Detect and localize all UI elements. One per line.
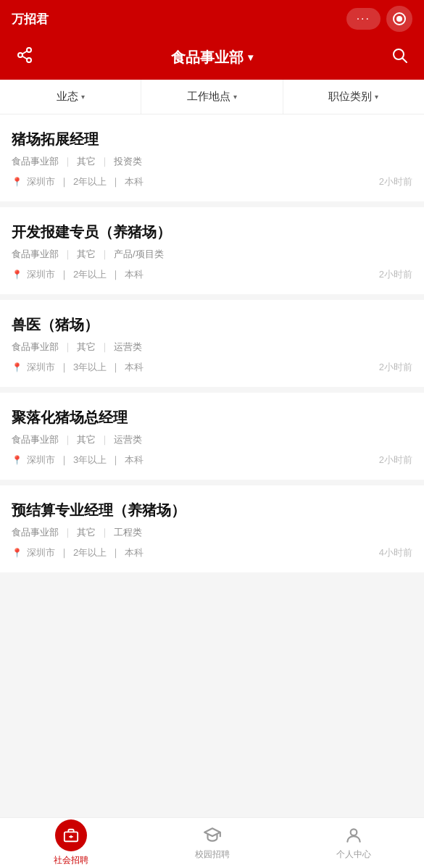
table-row[interactable]: 兽医（猪场） 食品事业部 ｜ 其它 ｜ 运营类 📍 深圳市 ｜ 3年以上 ｜ 本… xyxy=(0,300,424,387)
job-tags: 食品事业部 ｜ 其它 ｜ 运营类 xyxy=(12,433,412,446)
location-icon: 📍 xyxy=(12,548,22,558)
person-icon xyxy=(344,825,364,846)
filter-location-arrow-icon: ▾ xyxy=(233,93,237,101)
job-location: 深圳市 xyxy=(27,361,55,374)
svg-point-4 xyxy=(27,58,31,62)
job-edu: 本科 xyxy=(125,546,144,559)
nav-item-social[interactable]: 社会招聘 xyxy=(0,818,141,868)
nav-campus-label: 校园招聘 xyxy=(195,848,230,861)
job-time: 2小时前 xyxy=(379,361,412,374)
graduation-icon xyxy=(202,825,223,846)
nav-item-profile[interactable]: 个人中心 xyxy=(283,818,424,868)
location-icon: 📍 xyxy=(12,362,22,372)
job-exp: 2年以上 xyxy=(73,546,107,559)
briefcase-icon xyxy=(55,819,87,851)
job-location: 深圳市 xyxy=(27,175,55,188)
job-tag1: 其它 xyxy=(77,155,96,168)
job-edu: 本科 xyxy=(125,454,144,467)
job-tag1: 其它 xyxy=(77,248,96,261)
svg-point-3 xyxy=(18,53,22,57)
filter-jobtype-arrow-icon: ▾ xyxy=(375,93,378,101)
svg-line-5 xyxy=(22,57,28,59)
job-exp: 2年以上 xyxy=(73,268,107,281)
filter-job-type[interactable]: 职位类别 ▾ xyxy=(283,80,424,114)
job-exp: 3年以上 xyxy=(73,454,107,467)
job-location: 深圳市 xyxy=(27,454,55,467)
job-tag2: 运营类 xyxy=(114,341,142,354)
job-dept: 食品事业部 xyxy=(12,248,59,261)
job-tag1: 其它 xyxy=(77,433,96,446)
job-tags: 食品事业部 ｜ 其它 ｜ 产品/项目类 xyxy=(12,248,412,261)
job-exp: 2年以上 xyxy=(73,175,107,188)
job-tag2: 工程类 xyxy=(114,526,142,539)
job-meta: 📍 深圳市 ｜ 3年以上 ｜ 本科 2小时前 xyxy=(12,361,412,374)
job-tag2: 产品/项目类 xyxy=(114,248,164,261)
filter-business-arrow-icon: ▾ xyxy=(81,93,85,101)
location-icon: 📍 xyxy=(12,455,22,465)
job-dept: 食品事业部 xyxy=(12,341,59,354)
job-meta: 📍 深圳市 ｜ 2年以上 ｜ 本科 2小时前 xyxy=(12,268,412,281)
job-title: 聚落化猪场总经理 xyxy=(12,407,412,427)
table-row[interactable]: 聚落化猪场总经理 食品事业部 ｜ 其它 ｜ 运营类 📍 深圳市 ｜ 3年以上 ｜… xyxy=(0,393,424,480)
app-title: 万招君 xyxy=(12,11,49,28)
record-button[interactable] xyxy=(386,6,412,32)
svg-point-1 xyxy=(396,16,402,22)
job-tags: 食品事业部 ｜ 其它 ｜ 投资类 xyxy=(12,155,412,168)
job-edu: 本科 xyxy=(125,361,144,374)
svg-point-13 xyxy=(350,829,357,835)
more-button[interactable]: ··· xyxy=(346,8,381,30)
job-tag2: 运营类 xyxy=(114,433,142,446)
table-row[interactable]: 预结算专业经理（养猪场） 食品事业部 ｜ 其它 ｜ 工程类 📍 深圳市 ｜ 2年… xyxy=(0,485,424,572)
table-row[interactable]: 开发报建专员（养猪场） 食品事业部 ｜ 其它 ｜ 产品/项目类 📍 深圳市 ｜ … xyxy=(0,207,424,294)
filter-business-type[interactable]: 业态 ▾ xyxy=(0,80,141,114)
status-bar: 万招君 ··· xyxy=(0,0,424,38)
table-row[interactable]: 猪场拓展经理 食品事业部 ｜ 其它 ｜ 投资类 📍 深圳市 ｜ 2年以上 ｜ 本… xyxy=(0,114,424,201)
job-title: 开发报建专员（养猪场） xyxy=(12,222,412,242)
nav-social-label: 社会招聘 xyxy=(54,854,88,867)
filter-bar: 业态 ▾ 工作地点 ▾ 职位类别 ▾ xyxy=(0,80,424,114)
job-location: 深圳市 xyxy=(27,546,55,559)
job-location: 深圳市 xyxy=(27,268,55,281)
job-tag2: 投资类 xyxy=(114,155,142,168)
share-button[interactable] xyxy=(12,46,38,68)
svg-line-6 xyxy=(22,51,28,54)
job-edu: 本科 xyxy=(125,175,144,188)
job-time: 4小时前 xyxy=(379,546,412,559)
filter-location[interactable]: 工作地点 ▾ xyxy=(141,80,283,114)
filter-business-label: 业态 xyxy=(57,90,78,104)
job-tag1: 其它 xyxy=(77,341,96,354)
job-meta: 📍 深圳市 ｜ 2年以上 ｜ 本科 4小时前 xyxy=(12,546,412,559)
job-exp: 3年以上 xyxy=(73,361,107,374)
job-meta: 📍 深圳市 ｜ 2年以上 ｜ 本科 2小时前 xyxy=(12,175,412,188)
job-title: 预结算专业经理（养猪场） xyxy=(12,500,412,520)
job-edu: 本科 xyxy=(125,268,144,281)
nav-profile-label: 个人中心 xyxy=(336,848,371,861)
nav-item-campus[interactable]: 校园招聘 xyxy=(141,818,283,868)
job-tags: 食品事业部 ｜ 其它 ｜ 工程类 xyxy=(12,526,412,539)
job-meta: 📍 深圳市 ｜ 3年以上 ｜ 本科 2小时前 xyxy=(12,454,412,467)
job-dept: 食品事业部 xyxy=(12,526,59,539)
job-dept: 食品事业部 xyxy=(12,155,59,168)
department-title: 食品事业部 xyxy=(171,48,244,67)
svg-point-2 xyxy=(27,48,31,52)
job-time: 2小时前 xyxy=(379,268,412,281)
job-title: 兽医（猪场） xyxy=(12,314,412,335)
job-time: 2小时前 xyxy=(379,454,412,467)
job-title: 猪场拓展经理 xyxy=(12,129,412,149)
header: 食品事业部 ▾ xyxy=(0,38,424,80)
job-time: 2小时前 xyxy=(379,175,412,188)
filter-location-label: 工作地点 xyxy=(187,90,230,104)
job-dept: 食品事业部 xyxy=(12,433,59,446)
job-tags: 食品事业部 ｜ 其它 ｜ 运营类 xyxy=(12,341,412,354)
department-selector[interactable]: 食品事业部 ▾ xyxy=(171,48,253,67)
location-icon: 📍 xyxy=(12,270,22,280)
dropdown-arrow-icon: ▾ xyxy=(248,51,253,63)
bottom-nav: 社会招聘 校园招聘 个人中心 xyxy=(0,817,424,868)
job-list: 猪场拓展经理 食品事业部 ｜ 其它 ｜ 投资类 📍 深圳市 ｜ 2年以上 ｜ 本… xyxy=(0,114,424,572)
filter-jobtype-label: 职位类别 xyxy=(328,90,372,104)
location-icon: 📍 xyxy=(12,177,22,187)
job-tag1: 其它 xyxy=(77,526,96,539)
search-button[interactable] xyxy=(386,46,412,68)
svg-line-8 xyxy=(403,59,407,63)
status-bar-actions: ··· xyxy=(346,6,412,32)
